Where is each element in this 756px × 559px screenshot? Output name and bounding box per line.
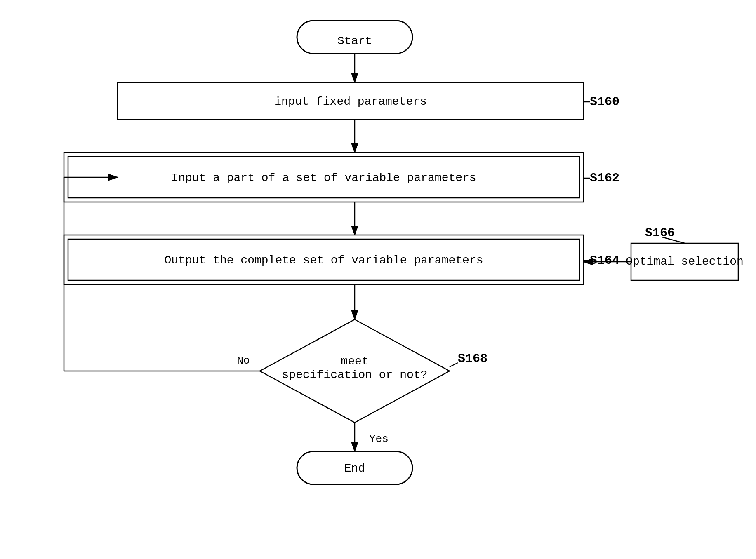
s160-annotation: S160 xyxy=(590,95,619,109)
s168-label-line2: specification or not? xyxy=(282,369,428,381)
s162-label: Input a part of a set of variable parame… xyxy=(171,171,476,184)
s164-annotation: S164 xyxy=(590,254,619,268)
s166-annotation: S166 xyxy=(645,226,675,240)
s168-annotation-line xyxy=(450,363,458,367)
start-label: Start xyxy=(337,35,372,47)
end-label: End xyxy=(344,462,365,475)
s160-label: input fixed parameters xyxy=(274,95,427,108)
no-label: No xyxy=(237,355,250,367)
s168-label-line1: meet xyxy=(341,355,368,368)
yes-label: Yes xyxy=(369,433,389,445)
s162-annotation: S162 xyxy=(590,171,619,185)
flowchart-container: Start input fixed parameters S160 Input … xyxy=(0,0,756,559)
s168-annotation: S168 xyxy=(458,352,488,366)
s166-label: Optimal selection xyxy=(626,255,744,268)
s164-label: Output the complete set of variable para… xyxy=(165,254,483,267)
